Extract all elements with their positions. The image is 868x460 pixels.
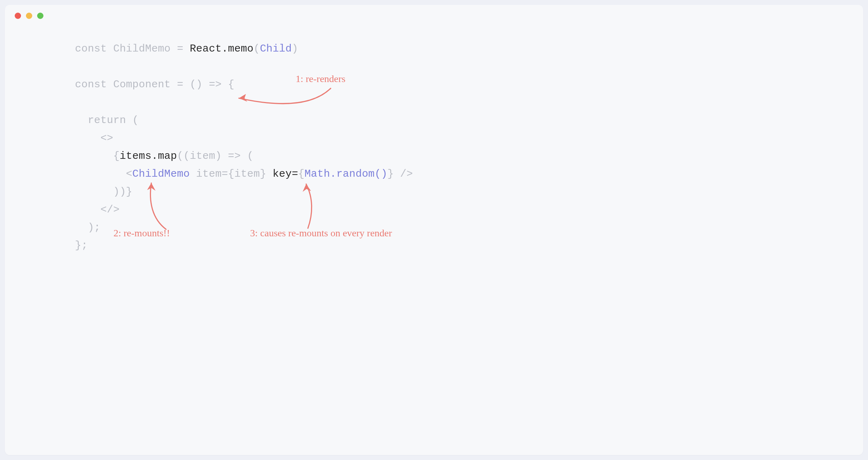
zoom-icon	[37, 13, 43, 19]
code-text: <>	[75, 132, 113, 144]
code-text: return (	[75, 114, 139, 126]
code-text: />	[394, 168, 413, 180]
minimize-icon	[26, 13, 32, 19]
annotation-cause: 3: causes re-mounts on every render	[250, 228, 392, 239]
code-block: const ChildMemo = React.memo(Child) cons…	[75, 40, 842, 255]
code-text: <	[75, 168, 132, 180]
close-icon	[15, 13, 21, 19]
code-text: {	[75, 150, 119, 162]
annotation-rerenders: 1: re-renders	[296, 73, 345, 84]
code-text: };	[75, 239, 88, 251]
code-text: Math.random()	[304, 168, 387, 180]
code-text: ))}	[75, 186, 132, 198]
code-window: const ChildMemo = React.memo(Child) cons…	[5, 5, 863, 455]
code-text: Child	[260, 43, 292, 55]
code-text: const ChildMemo =	[75, 43, 190, 55]
code-text: const Component = () => {	[75, 79, 234, 90]
code-text: </>	[75, 204, 119, 216]
code-text: (	[254, 43, 260, 55]
code-text: React.memo	[190, 43, 254, 55]
code-text: key=	[273, 168, 298, 180]
annotation-remounts: 2: re-mounts!!	[113, 228, 170, 239]
code-text: }	[387, 168, 394, 180]
code-text: ((item) => (	[177, 150, 253, 162]
code-text: {	[298, 168, 304, 180]
traffic-lights	[15, 13, 43, 19]
code-text: );	[75, 222, 101, 234]
code-text: ChildMemo	[132, 168, 190, 180]
code-text: items.map	[119, 150, 177, 162]
code-text: item={item}	[190, 168, 273, 180]
code-text: )	[292, 43, 298, 55]
